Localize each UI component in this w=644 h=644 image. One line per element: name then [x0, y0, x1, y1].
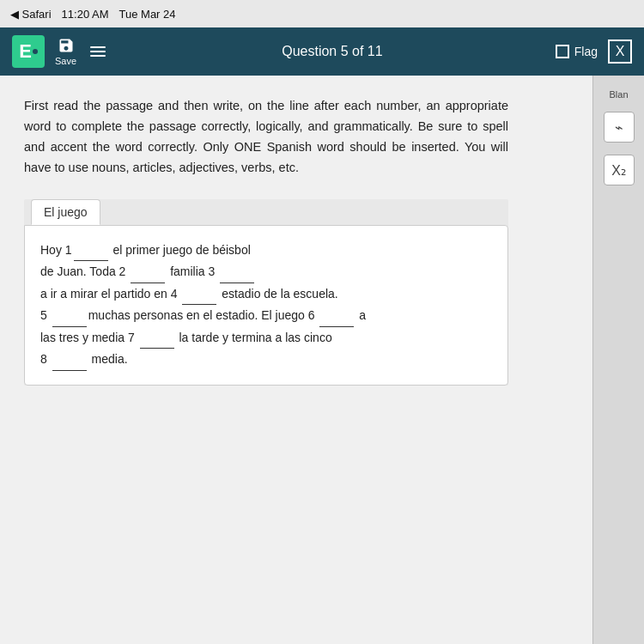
- toolbar: E Save Question 5 of 11 Flag X: [0, 27, 644, 76]
- instructions-text: First read the passage and then write, o…: [24, 96, 508, 179]
- app-logo: E: [12, 35, 45, 68]
- passage-text-6b: media.: [88, 352, 128, 366]
- logo-dot: [33, 49, 38, 54]
- menu-line-2: [90, 51, 106, 52]
- passage-text-2a: de Juan. Toda 2: [40, 264, 129, 278]
- flag-checkbox[interactable]: [556, 45, 569, 58]
- passage-text-6a: 8: [40, 352, 51, 366]
- status-date: Tue Mar 24: [119, 8, 176, 21]
- blank-1[interactable]: [74, 240, 108, 262]
- question-progress: Question 5 of 11: [119, 44, 545, 59]
- blank-6[interactable]: [319, 305, 354, 327]
- blank-label: Blan: [609, 89, 628, 100]
- passage-text-4c: a: [355, 308, 366, 322]
- close-button[interactable]: X: [608, 39, 632, 64]
- blank-5[interactable]: [52, 305, 87, 327]
- passage-text-2b: familia 3: [167, 264, 218, 278]
- subscript-button[interactable]: X₂: [604, 155, 635, 185]
- passage-text-4b: muchas personas en el estadio. El juego …: [88, 308, 319, 322]
- passage-text-1a: Hoy 1: [40, 243, 72, 257]
- content-panel: First read the passage and then write, o…: [0, 76, 592, 644]
- main-area: First read the passage and then write, o…: [0, 76, 644, 644]
- passage-text-3b: estadio de la escuela.: [218, 287, 337, 301]
- save-icon: [58, 37, 75, 54]
- right-sidebar: Blan ⌁ X₂: [592, 76, 644, 644]
- passage-text-5b: la tarde y termina a las cinco: [176, 331, 332, 344]
- menu-line-3: [90, 55, 106, 57]
- blank-4[interactable]: [182, 283, 216, 306]
- blank-3[interactable]: [220, 261, 254, 283]
- flag-button[interactable]: Flag: [556, 45, 598, 58]
- status-bar: ◀ Safari 11:20 AM Tue Mar 24: [0, 0, 644, 27]
- passage-text-5a: las tres y media 7: [40, 331, 138, 344]
- passage-card: El juego Hoy 1 el primer juego de béisbo…: [24, 199, 508, 386]
- passage-tab: El juego: [31, 199, 100, 225]
- passage-body: Hoy 1 el primer juego de béisbol de Juan…: [24, 225, 508, 386]
- logo-letter: E: [19, 40, 32, 63]
- link-icon: ⌁: [615, 119, 623, 136]
- content-inner: First read the passage and then write, o…: [0, 76, 532, 406]
- blank-8[interactable]: [52, 349, 87, 371]
- save-button[interactable]: Save: [55, 37, 76, 66]
- blank-2[interactable]: [131, 261, 165, 283]
- blank-7[interactable]: [140, 327, 174, 349]
- passage-text-3a: a ir a mirar el partido en 4: [40, 287, 180, 301]
- menu-button[interactable]: [87, 43, 109, 60]
- status-time: 11:20 AM: [62, 8, 109, 21]
- back-button[interactable]: ◀ Safari: [10, 8, 52, 21]
- back-label: ◀ Safari: [10, 8, 52, 21]
- flag-label: Flag: [574, 45, 598, 58]
- passage-text-4a: 5: [40, 308, 51, 322]
- subscript-icon: X₂: [611, 162, 626, 179]
- save-label: Save: [55, 56, 76, 66]
- menu-line-1: [90, 46, 106, 48]
- close-label: X: [616, 44, 625, 59]
- link-button[interactable]: ⌁: [604, 112, 635, 143]
- passage-text-1b: el primer juego de béisbol: [110, 243, 251, 257]
